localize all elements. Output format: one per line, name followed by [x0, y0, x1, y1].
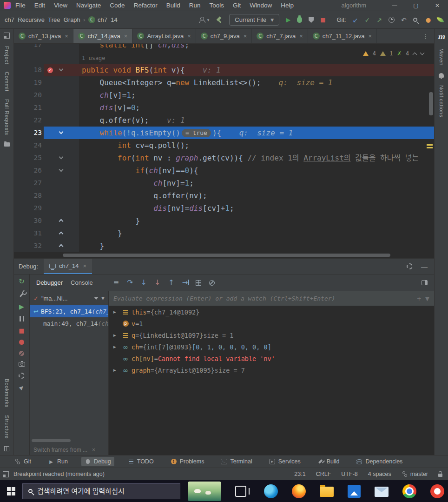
run-config-dropdown[interactable]: Current File ▼ [229, 14, 279, 26]
expand-icon[interactable]: ▸ [113, 332, 121, 338]
fold-icon[interactable] [59, 219, 64, 223]
stripe-item-bookmarks[interactable]: Bookmarks [4, 379, 10, 408]
rerun-icon[interactable]: ↻ [19, 278, 25, 285]
file-encoding[interactable]: UTF-8 [341, 471, 357, 477]
breadcrumb-file[interactable]: ch7_14 [98, 16, 118, 23]
step-out-icon[interactable]: ↑ [168, 279, 174, 286]
gutter[interactable]: 31 [14, 227, 79, 240]
git-branch[interactable]: master [402, 471, 428, 477]
gutter[interactable] [14, 51, 79, 64]
user-dropdown-icon[interactable]: ▾ [207, 18, 210, 22]
variable-row[interactable]: ∞ch[nv] = Cannot find local variable 'nv… [109, 353, 434, 364]
editor-tab[interactable]: Cch7_11_12.java× [308, 29, 377, 43]
variable-row[interactable]: ▸∞graph = {ArrayList@1095} size = 7 [109, 364, 434, 376]
tab-close-icon[interactable]: × [187, 33, 191, 40]
history-icon[interactable] [389, 17, 395, 23]
fold-icon[interactable] [59, 167, 64, 172]
breadcrumb[interactable]: ch7_Recursive_Tree_Graph [5, 16, 80, 23]
folder-icon[interactable] [4, 142, 10, 147]
menu-edit[interactable]: Edit [34, 2, 45, 9]
bell-icon[interactable] [439, 73, 444, 78]
close-icon[interactable]: × [83, 262, 87, 269]
firefox-icon[interactable] [292, 484, 306, 498]
menu-window[interactable]: Window [250, 2, 272, 9]
menu-file[interactable]: File [15, 2, 26, 9]
toolwindow-button-dependencies[interactable]: Dependencies [353, 457, 406, 466]
tab-close-icon[interactable]: × [369, 33, 372, 40]
coverage-button[interactable] [309, 17, 314, 23]
step-over-icon[interactable]: ↷ [127, 279, 133, 286]
variable-row[interactable]: ▸q = {LinkedList@1097} size = 1 [109, 329, 434, 341]
gutter[interactable]: 23 [14, 127, 79, 139]
variable-row[interactable]: pv = 1 [109, 318, 434, 329]
git-update-button[interactable]: ↙ [353, 16, 358, 24]
gutter[interactable]: 32 [14, 240, 79, 252]
lock-icon[interactable] [438, 474, 442, 477]
expand-icon[interactable]: ▸ [113, 367, 121, 373]
breakpoint-icon[interactable]: ✓ [47, 67, 53, 73]
maven-icon[interactable]: m [438, 33, 445, 41]
wrench-icon[interactable] [20, 293, 24, 297]
tab-close-icon[interactable]: × [299, 33, 303, 40]
variable-row[interactable]: ▸∞ch = {int[7]@1093} [0, 1, 0, 0, 0, 0, … [109, 341, 434, 353]
prev-issue-icon[interactable] [413, 52, 417, 57]
ime-icon[interactable] [235, 486, 246, 497]
toolwindow-button-todo[interactable]: TODO [125, 457, 157, 466]
menu-code[interactable]: Code [110, 2, 125, 9]
warning-stripe-mark[interactable] [427, 147, 433, 148]
toolwindow-button-problems[interactable]: Problems [167, 457, 208, 466]
menu-tools[interactable]: Tools [209, 2, 224, 9]
stripe-item-structure[interactable]: Structure [4, 415, 10, 439]
expand-icon[interactable]: ▸ [113, 344, 121, 350]
indent-style[interactable]: 4 spaces [368, 471, 391, 477]
force-step-into-icon[interactable]: ↓ [155, 279, 161, 286]
taskbar-search-input[interactable] [37, 487, 174, 495]
menu-navigate[interactable]: Navigate [76, 2, 101, 9]
photos-icon[interactable] [348, 485, 361, 498]
more-tabs-icon[interactable]: ⋮ [422, 29, 434, 43]
start-button[interactable] [0, 480, 22, 502]
mail-icon[interactable] [375, 487, 389, 497]
project-tool-icon[interactable] [4, 33, 10, 39]
pause-icon[interactable] [20, 316, 24, 321]
menu-view[interactable]: View [54, 2, 67, 9]
gutter[interactable]: 28 [14, 189, 79, 202]
view-breakpoints-icon[interactable] [19, 340, 24, 345]
pin-icon[interactable]: ▶ [19, 384, 25, 391]
next-issue-icon[interactable] [420, 50, 425, 55]
add-watch-icon[interactable]: + [417, 295, 422, 302]
editor-tab[interactable]: Cch7_14.java× [73, 29, 133, 43]
thread-dump-camera-icon[interactable] [19, 362, 25, 367]
tab-close-icon[interactable]: × [65, 33, 68, 40]
gutter[interactable]: 27 [14, 177, 79, 189]
mute-icon[interactable] [209, 280, 215, 286]
vertical-scrollbar[interactable] [429, 92, 433, 115]
toolwindow-button-terminal[interactable]: Terminal [217, 457, 255, 466]
debug-bug-button[interactable] [297, 17, 302, 23]
gutter[interactable]: 17 [14, 44, 79, 51]
gear-icon[interactable] [407, 263, 413, 269]
toolwindow-button-debug[interactable]: Debug [81, 457, 114, 466]
gutter[interactable]: 18✓ [14, 64, 79, 76]
chrome-icon[interactable] [402, 484, 416, 498]
run-button[interactable]: ▶ [286, 16, 290, 23]
close-button[interactable]: ✕ [427, 0, 448, 11]
maximize-button[interactable]: ▢ [405, 0, 427, 11]
fold-icon[interactable] [59, 129, 64, 134]
search-everywhere-icon[interactable] [413, 18, 417, 22]
thread-selector[interactable]: ✓ "ma...Nl... ▼ [30, 291, 108, 305]
frames-scrollbar[interactable] [32, 439, 71, 442]
mute-breakpoints-icon[interactable] [19, 351, 24, 356]
inspections-widget[interactable]: 4 1 ✗ 4 [363, 50, 424, 57]
gutter[interactable]: 26 [14, 164, 79, 177]
frame-row[interactable]: main:49, ch7_14 (ch7... [30, 317, 108, 329]
stripe-item-project[interactable]: Project [4, 46, 10, 64]
stripe-item-notifications[interactable]: Notifications [439, 85, 444, 117]
hide-panel-icon[interactable]: — [421, 263, 428, 270]
gutter[interactable]: 30 [14, 214, 79, 227]
menu-run[interactable]: Run [189, 2, 201, 9]
gutter[interactable]: 24 [14, 139, 79, 152]
stripe-item-commit[interactable]: Commit [4, 72, 10, 92]
view-breakpoints-grid-icon[interactable] [196, 280, 201, 286]
stripe-item-pull-requests[interactable]: Pull Requests [4, 99, 10, 135]
